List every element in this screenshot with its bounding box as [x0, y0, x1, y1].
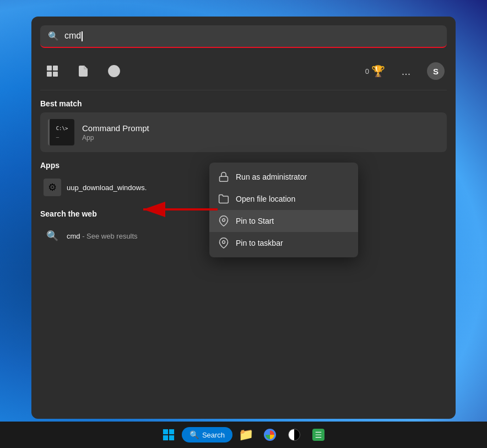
category-docs-icon[interactable] — [73, 61, 93, 81]
taskbar-search-button[interactable]: 🔍 Search — [182, 427, 232, 442]
taskbar-search-icon: 🔍 — [190, 430, 199, 439]
folder-icon: 📁 — [239, 428, 253, 442]
svg-rect-0 — [47, 66, 52, 71]
run-admin-icon — [218, 171, 229, 182]
search-input-icon: 🔍 — [48, 31, 59, 41]
best-match-heading: Best match — [40, 99, 447, 108]
svg-rect-1 — [53, 66, 58, 71]
user-avatar[interactable]: S — [427, 62, 445, 80]
start-button[interactable] — [158, 424, 180, 446]
taskbar-green-app-button[interactable] — [307, 424, 329, 446]
best-match-info: Command Prompt App — [82, 123, 149, 142]
cmd-icon-text: C:\>_ — [56, 126, 68, 138]
green-app-icon — [312, 429, 324, 441]
web-search-query: cmd - See web results — [67, 232, 138, 240]
search-input-wrapper[interactable]: 🔍 cmd — [40, 25, 447, 48]
context-menu: Run as administrator Open file location … — [209, 163, 358, 257]
taskbar-circle-app-button[interactable] — [283, 424, 305, 446]
pin-taskbar-icon — [218, 238, 229, 249]
text-cursor — [82, 31, 83, 41]
svg-point-8 — [223, 241, 225, 244]
category-web-icon[interactable] — [104, 61, 124, 81]
more-options-button[interactable]: ... — [396, 61, 416, 81]
cmd-app-icon: C:\>_ — [48, 119, 74, 145]
best-match-item[interactable]: C:\>_ Command Prompt App — [40, 112, 447, 152]
svg-rect-6 — [220, 176, 228, 181]
context-menu-pin-taskbar[interactable]: Pin to taskbar — [209, 232, 358, 254]
app-list-icon: ⚙ — [44, 179, 61, 196]
taskbar-chrome-button[interactable] — [259, 424, 281, 446]
open-location-label: Open file location — [236, 195, 295, 203]
category-all-icon[interactable] — [42, 61, 62, 81]
pin-taskbar-label: Pin to taskbar — [236, 239, 283, 247]
taskbar: 🔍 Search 📁 — [0, 422, 487, 448]
context-menu-run-admin[interactable]: Run as administrator — [209, 166, 358, 188]
svg-rect-2 — [47, 72, 52, 77]
open-location-icon — [218, 193, 229, 204]
context-menu-pin-start[interactable]: Pin to Start — [209, 210, 358, 232]
circle-app-icon — [288, 429, 300, 441]
trophy-wrapper: 0 🏆 — [365, 64, 385, 78]
best-match-type: App — [82, 134, 149, 142]
search-input-text: cmd — [64, 31, 439, 41]
svg-rect-11 — [163, 429, 168, 434]
taskbar-search-label: Search — [202, 431, 225, 439]
pin-start-label: Pin to Start — [236, 217, 274, 225]
context-menu-open-location[interactable]: Open file location — [209, 188, 358, 210]
trophy-icon: 🏆 — [371, 64, 385, 78]
run-admin-label: Run as administrator — [236, 172, 307, 181]
taskbar-folder-button[interactable]: 📁 — [235, 424, 257, 446]
svg-point-7 — [223, 219, 225, 222]
svg-rect-12 — [169, 429, 174, 434]
svg-rect-13 — [163, 435, 168, 440]
best-match-name: Command Prompt — [82, 123, 149, 133]
svg-rect-14 — [169, 435, 174, 440]
chrome-icon — [264, 429, 276, 441]
pin-start-icon — [218, 215, 229, 226]
svg-rect-3 — [53, 72, 58, 77]
web-search-icon: 🔍 — [44, 227, 61, 245]
category-row: 0 🏆 ... S — [40, 57, 447, 90]
app-list-name: uup_download_windows. — [67, 183, 147, 192]
trophy-count: 0 — [365, 67, 369, 75]
